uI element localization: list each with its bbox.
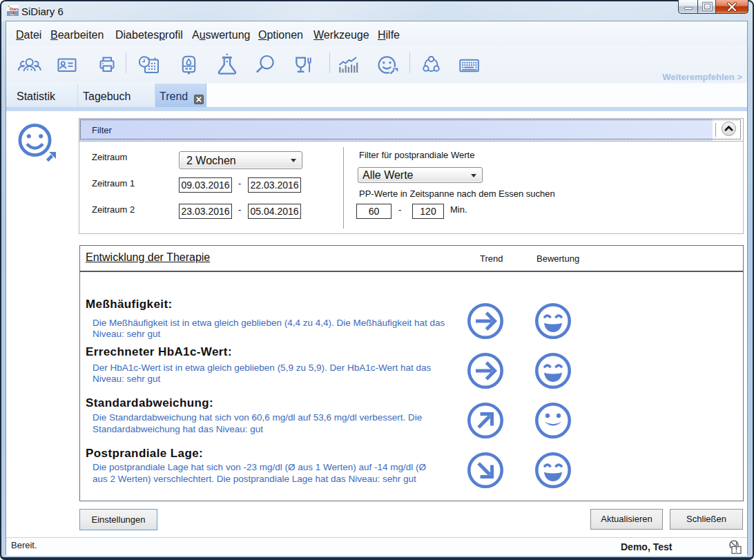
svg-text:!: ! (735, 546, 737, 554)
svg-text:Diary: Diary (10, 7, 19, 11)
